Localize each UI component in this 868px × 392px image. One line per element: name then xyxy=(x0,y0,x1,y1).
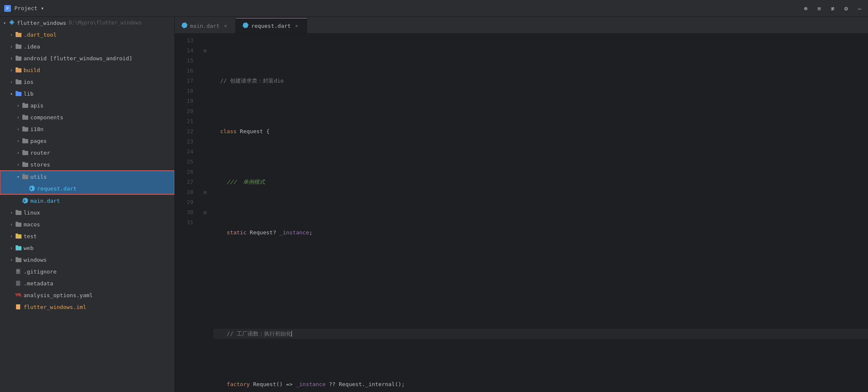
web-folder-icon xyxy=(15,244,22,251)
sidebar-item-linux[interactable]: › linux xyxy=(0,207,174,218)
code-content[interactable]: // 创建请求类：封装dio class Request { /// 单例模式 … xyxy=(210,34,868,392)
svg-rect-46 xyxy=(16,304,20,309)
sidebar-item-android[interactable]: › android [flutter_windows_android] xyxy=(0,52,174,64)
ios-chevron: › xyxy=(8,79,14,85)
main-dart-icon: D xyxy=(22,197,29,204)
line-16-mid: Request? xyxy=(246,228,279,238)
dropdown-icon[interactable]: ▾ xyxy=(41,5,44,11)
sidebar-item-stores[interactable]: › stores xyxy=(0,158,174,170)
line-numbers: 13 14 15 16 17 18 19 20 21 22 23 24 25 2… xyxy=(175,34,200,392)
tab-main-dart[interactable]: main.dart ✕ xyxy=(175,18,236,33)
router-label: router xyxy=(30,150,50,156)
line-14-space xyxy=(214,126,220,137)
ln-16: 16 xyxy=(175,66,193,76)
ln-14: 14 xyxy=(175,46,193,56)
gutter-20 xyxy=(200,106,210,116)
svg-rect-22 xyxy=(22,150,25,152)
title-bar-left: P Project ▾ xyxy=(4,5,44,12)
sidebar-item-build[interactable]: › build xyxy=(0,64,174,76)
svg-marker-0 xyxy=(9,20,14,25)
svg-rect-38 xyxy=(16,245,18,247)
line-16-semi: ; xyxy=(309,228,312,238)
build-folder-icon xyxy=(15,67,22,73)
apis-chevron: › xyxy=(15,102,21,108)
svg-rect-8 xyxy=(16,67,18,69)
code-line-13: // 创建请求类：封装dio xyxy=(214,76,868,86)
svg-rect-20 xyxy=(22,138,25,140)
gutter-18 xyxy=(200,86,210,96)
router-folder-icon xyxy=(22,149,29,156)
sidebar-item-components[interactable]: › components xyxy=(0,111,174,123)
sidebar-item-i18n[interactable]: › i18n xyxy=(0,123,174,135)
sort-icon[interactable]: ≢ xyxy=(828,4,837,13)
svg-rect-14 xyxy=(22,103,25,105)
tab-request-dart[interactable]: request.dart ✕ xyxy=(236,18,307,33)
analysis-options-label: analysis_options.yaml xyxy=(24,292,93,298)
sidebar-item-metadata[interactable]: › .metadata xyxy=(0,277,174,289)
metadata-label: .metadata xyxy=(24,280,53,287)
ln-23: 23 xyxy=(175,137,193,147)
lib-label: lib xyxy=(24,91,33,97)
line-14-rest: Request { xyxy=(237,126,270,137)
ln-22: 22 xyxy=(175,126,193,137)
sidebar-item-ios[interactable]: › ios xyxy=(0,76,174,88)
ln-24: 24 xyxy=(175,147,193,157)
svg-rect-6 xyxy=(16,56,18,57)
code-line-18: // 工厂函数：执行初始化 xyxy=(214,329,868,339)
gutter-28-fold[interactable]: ⊟ xyxy=(200,187,210,197)
components-folder-icon xyxy=(22,114,29,121)
sidebar-item-windows[interactable]: › windows xyxy=(0,254,174,266)
gutter-30-fold[interactable]: ⊟ xyxy=(200,207,210,217)
sidebar-item-main-dart[interactable]: › D main.dart xyxy=(0,195,174,207)
sidebar-item-web[interactable]: › web xyxy=(0,242,174,254)
android-chevron: › xyxy=(8,55,14,61)
dart-tool-label: .dart_tool xyxy=(24,32,56,38)
apis-folder-icon xyxy=(22,102,29,109)
main-dart-tab-label: main.dart xyxy=(190,23,219,29)
sidebar-root[interactable]: ▾ flutter_windows D:\Mypro\flutter_windo… xyxy=(0,17,174,29)
minimize-icon[interactable]: — xyxy=(855,4,864,13)
sidebar-item-apis[interactable]: › apis xyxy=(0,99,174,111)
code-line-16: static Request? _instance; xyxy=(214,228,868,238)
sidebar-item-lib[interactable]: ▾ lib xyxy=(0,88,174,99)
sidebar-item-idea[interactable]: › .idea xyxy=(0,40,174,52)
i18n-chevron: › xyxy=(15,126,21,132)
svg-rect-4 xyxy=(16,44,18,46)
flutter-icon xyxy=(8,19,15,27)
utils-label: utils xyxy=(30,174,47,180)
request-dart-tab-close[interactable]: ✕ xyxy=(293,23,300,30)
sidebar-item-utils[interactable]: ▾ utils xyxy=(0,171,174,183)
svg-rect-32 xyxy=(16,210,18,212)
line-14-class-kw: class xyxy=(220,126,237,137)
sidebar-item-gitignore[interactable]: › .gitignore xyxy=(0,266,174,277)
svg-rect-41 xyxy=(16,269,20,274)
android-label: android [flutter_windows_android] xyxy=(24,55,132,62)
build-label: build xyxy=(24,67,40,73)
sidebar-item-dart-tool[interactable]: › .dart_tool xyxy=(0,29,174,40)
gutter-16 xyxy=(200,66,210,76)
web-chevron: › xyxy=(8,245,14,251)
ln-25: 25 xyxy=(175,157,193,167)
main-dart-tab-close[interactable]: ✕ xyxy=(222,22,229,29)
line-16-instance: _instance xyxy=(280,228,309,238)
code-line-17 xyxy=(214,278,868,288)
sidebar-item-flutter-windows-iml[interactable]: › flutter_windows.iml xyxy=(0,301,174,313)
gutter-14-fold[interactable]: ⊟ xyxy=(200,46,210,56)
svg-marker-47 xyxy=(182,22,187,28)
line-19-sp xyxy=(214,379,227,389)
sidebar-item-pages[interactable]: › pages xyxy=(0,135,174,147)
line-19-mid1: Request() => xyxy=(250,379,296,389)
sidebar-item-test[interactable]: › test xyxy=(0,230,174,242)
sidebar-item-request-dart[interactable]: › D request.dart xyxy=(0,183,174,194)
sidebar-item-macos[interactable]: › macos xyxy=(0,218,174,230)
list-icon[interactable]: ≡ xyxy=(815,4,823,13)
main-dart-label: main.dart xyxy=(30,198,60,204)
editor-area[interactable]: 13 14 15 16 17 18 19 20 21 22 23 24 25 2… xyxy=(175,34,868,392)
sidebar-item-router[interactable]: › router xyxy=(0,147,174,158)
svg-rect-24 xyxy=(22,162,25,164)
ln-28: 28 xyxy=(175,187,193,197)
settings-icon[interactable]: ⚙ xyxy=(842,4,850,13)
ln-26: 26 xyxy=(175,167,193,177)
navigate-icon[interactable]: ⊕ xyxy=(801,4,810,13)
sidebar-item-analysis-options[interactable]: › YML analysis_options.yaml xyxy=(0,289,174,301)
